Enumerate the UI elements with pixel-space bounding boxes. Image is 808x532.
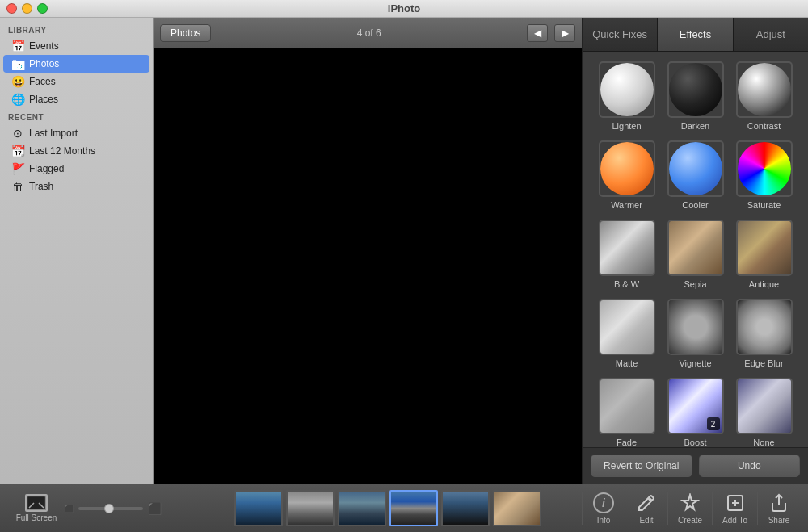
vignette-img [669,300,722,354]
events-label: Events [29,40,59,52]
filmstrip-thumb-3[interactable] [338,490,386,526]
effect-lighten[interactable]: Lighten [595,61,659,131]
saturate-sphere [738,142,791,195]
create-icon [679,492,701,514]
sepia-img [669,221,722,274]
zoom-slider[interactable] [78,507,143,510]
effect-fade[interactable]: Fade [595,378,659,447]
right-panel: Quick Fixes Effects Adjust Lighten [582,18,808,484]
filmstrip-thumb-1[interactable] [234,490,283,526]
revert-to-original-button[interactable]: Revert to Original [591,455,692,477]
matte-img [600,300,654,354]
saturate-label: Saturate [747,200,781,210]
edgeblur-label: Edge Blur [744,358,783,368]
next-photo-button[interactable]: ▶ [554,24,575,42]
photo-toolbar: Photos 4 of 6 ◀ ▶ [154,18,582,48]
sidebar-item-last-import[interactable]: ⊙ Last Import [3,124,149,142]
effect-warmer-thumb [599,140,655,197]
photos-back-button[interactable]: Photos [160,24,211,42]
last-12-months-icon: 📆 [11,145,24,157]
window-controls [6,3,48,14]
fullscreen-button[interactable]: Full Screen [8,494,65,522]
vignette-label: Vignette [679,358,711,368]
effect-antique[interactable]: Antique [732,220,797,289]
tab-effects[interactable]: Effects [658,18,733,51]
sidebar-item-faces[interactable]: 😀 Faces [3,73,149,90]
fullscreen-label: Full Screen [16,513,57,522]
prev-photo-button[interactable]: ◀ [527,24,548,42]
last-import-label: Last Import [29,128,78,139]
last-import-icon: ⊙ [11,127,24,140]
effect-darken[interactable]: Darken [663,61,728,131]
sidebar: LIBRARY 📅 Events 📷 Photos 😀 Faces 🌐 Plac… [0,18,154,484]
sidebar-item-places[interactable]: 🌐 Places [3,90,149,108]
effect-darken-thumb [667,61,724,118]
effect-saturate[interactable]: Saturate [732,140,797,210]
effect-none-thumb [736,378,793,434]
edit-action[interactable]: Edit [625,492,667,525]
share-label: Share [768,516,790,525]
edgeblur-img [738,300,791,354]
photo-count: 4 of 6 [217,27,520,39]
sidebar-item-flagged[interactable]: 🚩 Flagged [3,160,149,178]
create-action[interactable]: Create [667,492,712,525]
filmstrip-thumb-2[interactable] [286,490,335,526]
share-action[interactable]: Share [757,492,800,525]
effect-contrast-thumb [736,61,793,118]
close-button[interactable] [6,3,17,14]
sidebar-item-trash[interactable]: 🗑 Trash [3,178,149,195]
contrast-sphere [738,63,791,116]
bottom-bar: Full Screen ⬛ ⬛ i Info [0,484,808,532]
tab-adjust[interactable]: Adjust [734,18,808,51]
tab-quick-fixes[interactable]: Quick Fixes [583,18,658,51]
effect-bw[interactable]: B & W [595,220,659,289]
effect-contrast[interactable]: Contrast [732,61,797,131]
lighten-label: Lighten [612,121,641,131]
effects-row-4: Matte Vignette Edge Blur [592,299,798,368]
filmstrip-thumb-6[interactable] [493,490,541,526]
effect-matte[interactable]: Matte [595,299,659,368]
panel-tabs: Quick Fixes Effects Adjust [583,18,808,52]
sidebar-item-last-12-months[interactable]: 📆 Last 12 Months [3,142,149,160]
effect-vignette[interactable]: Vignette [663,299,728,368]
warmer-label: Warmer [611,200,642,210]
effect-none[interactable]: None [732,378,797,447]
zoom-control: ⬛ ⬛ [65,502,194,515]
create-label: Create [678,516,702,525]
effect-sepia-thumb [667,220,724,276]
zoom-max-icon: ⬛ [148,502,162,515]
filmstrip-thumb-5[interactable] [441,490,490,526]
trash-icon: 🗑 [11,180,24,193]
cooler-sphere [669,142,722,195]
effect-cooler[interactable]: Cooler [663,140,728,210]
effects-row-3: B & W Sepia Antique [592,220,798,289]
sidebar-item-events[interactable]: 📅 Events [3,37,149,55]
effect-boost-thumb: 2 [667,378,724,434]
undo-button[interactable]: Undo [699,455,801,477]
effects-row-2: Warmer Cooler Saturate [592,140,798,210]
effect-boost[interactable]: 2 Boost [663,378,728,447]
boost-badge: 2 [707,417,720,430]
panel-actions: Revert to Original Undo [583,447,808,484]
add-to-label: Add To [722,516,747,525]
recent-header: RECENT [0,108,153,124]
boost-label: Boost [684,438,706,447]
effect-edgeblur-thumb [736,299,793,355]
places-label: Places [29,94,58,105]
effect-sepia[interactable]: Sepia [663,220,728,289]
sidebar-item-photos[interactable]: 📷 Photos [3,55,149,73]
edit-label: Edit [639,516,653,525]
darken-label: Darken [681,121,709,131]
effect-warmer[interactable]: Warmer [595,140,659,210]
info-action[interactable]: i Info [582,492,625,525]
filmstrip-thumb-4[interactable] [389,490,438,526]
add-to-action[interactable]: Add To [712,492,757,525]
minimize-button[interactable] [22,3,32,14]
photos-icon: 📷 [11,57,24,70]
maximize-button[interactable] [37,3,48,14]
events-icon: 📅 [11,40,24,52]
main-area: LIBRARY 📅 Events 📷 Photos 😀 Faces 🌐 Plac… [0,18,808,484]
places-icon: 🌐 [11,93,24,106]
effect-edgeblur[interactable]: Edge Blur [732,299,797,368]
zoom-min-icon: ⬛ [65,505,74,513]
